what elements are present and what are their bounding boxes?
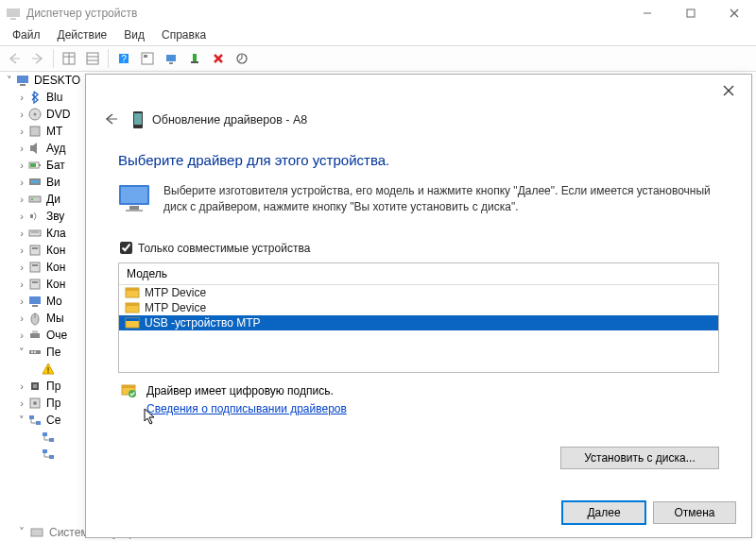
cancel-button[interactable]: Отмена xyxy=(653,501,736,524)
collapse-icon[interactable]: ˅ xyxy=(4,75,15,87)
back-button[interactable] xyxy=(3,47,26,70)
expand-icon[interactable]: › xyxy=(16,126,27,137)
tree-item-label: DVD xyxy=(46,108,70,121)
expand-icon[interactable]: › xyxy=(16,143,27,154)
driver-signature-info-link[interactable]: Сведения о подписывании драйверов xyxy=(146,402,347,415)
expand-icon[interactable]: › xyxy=(16,228,27,239)
expand-icon[interactable]: › xyxy=(16,92,27,103)
enable-device-button[interactable] xyxy=(183,47,206,70)
expand-icon[interactable]: › xyxy=(16,380,27,392)
expand-icon[interactable]: › xyxy=(16,194,27,205)
device-icon xyxy=(27,345,43,360)
tree-item-label: Ви xyxy=(46,176,60,189)
svg-rect-65 xyxy=(43,432,47,436)
menu-help[interactable]: Справка xyxy=(153,26,215,45)
svg-rect-73 xyxy=(31,529,43,536)
svg-rect-32 xyxy=(39,164,41,166)
expand-icon[interactable]: › xyxy=(16,330,27,341)
toolbar-separator xyxy=(108,49,109,68)
svg-rect-52 xyxy=(32,330,38,333)
compatible-checkbox-row[interactable]: Только совместимые устройства xyxy=(118,242,719,255)
monitor-icon xyxy=(118,183,150,213)
tree-root-label: DESKTO xyxy=(34,74,80,87)
model-list-item[interactable]: MTP Device xyxy=(119,285,718,300)
svg-rect-47 xyxy=(29,296,41,304)
model-list-header[interactable]: Модель xyxy=(119,263,718,285)
device-icon xyxy=(27,226,43,241)
expand-icon[interactable]: › xyxy=(16,313,27,324)
svg-point-28 xyxy=(34,113,37,116)
expand-icon[interactable]: › xyxy=(16,262,27,273)
model-list-item[interactable]: MTP Device xyxy=(119,300,718,315)
expand-icon[interactable]: › xyxy=(16,296,27,307)
model-list[interactable]: MTP DeviceMTP DeviceUSB -устройство MTP xyxy=(119,285,718,372)
properties-button[interactable] xyxy=(136,47,159,70)
device-icon xyxy=(41,430,56,445)
dialog-close-button[interactable] xyxy=(715,77,742,104)
svg-rect-51 xyxy=(30,333,40,338)
dialog-back-button[interactable] xyxy=(103,112,118,128)
expand-icon[interactable]: › xyxy=(16,177,27,188)
svg-rect-21 xyxy=(191,61,198,63)
scan-button[interactable] xyxy=(160,47,182,70)
svg-rect-80 xyxy=(121,187,147,203)
expand-icon[interactable]: ˅ xyxy=(16,414,27,427)
install-from-disk-button[interactable]: Установить с диска... xyxy=(560,447,719,469)
svg-rect-46 xyxy=(32,281,38,283)
device-icon xyxy=(27,379,43,394)
device-icon xyxy=(27,124,43,139)
svg-rect-1 xyxy=(10,18,16,20)
model-label: MTP Device xyxy=(145,301,206,314)
svg-rect-18 xyxy=(166,55,176,61)
tree-item-label: MT xyxy=(46,125,62,138)
model-label: MTP Device xyxy=(145,286,206,299)
update-driver-button[interactable] xyxy=(231,47,253,70)
driver-icon xyxy=(125,301,140,314)
dialog-instruction-row: Выберите изготовителя устройства, его мо… xyxy=(118,183,719,215)
list-view-button[interactable] xyxy=(81,47,104,70)
menu-file[interactable]: Файл xyxy=(4,26,49,45)
dialog-instruction: Выберите изготовителя устройства, его мо… xyxy=(163,183,719,215)
compatible-checkbox[interactable] xyxy=(120,242,132,254)
svg-rect-44 xyxy=(32,264,38,266)
svg-rect-38 xyxy=(30,214,33,218)
tree-item-label: Ауд xyxy=(46,142,65,155)
expand-icon[interactable]: › xyxy=(16,109,27,120)
driver-icon xyxy=(125,316,140,330)
expand-icon[interactable]: › xyxy=(16,279,27,290)
close-button[interactable] xyxy=(713,0,756,26)
forward-button[interactable] xyxy=(26,47,49,70)
device-icon xyxy=(27,141,43,156)
device-icon xyxy=(27,328,43,343)
expand-icon[interactable]: › xyxy=(16,211,27,222)
menu-action[interactable]: Действие xyxy=(49,26,116,45)
device-icon xyxy=(27,413,43,428)
toolbar: ? xyxy=(0,45,756,72)
window-title: Диспетчер устройств xyxy=(26,7,626,20)
device-icon xyxy=(27,175,43,190)
svg-rect-45 xyxy=(30,279,40,289)
maximize-button[interactable] xyxy=(669,0,713,26)
expand-icon[interactable]: ˅ xyxy=(16,347,27,359)
tree-item-label: Пр xyxy=(46,380,60,393)
tree-item-label: Ди xyxy=(46,193,60,206)
model-label: USB -устройство MTP xyxy=(145,316,261,330)
expand-icon[interactable]: › xyxy=(16,160,27,171)
svg-rect-41 xyxy=(30,245,40,255)
expand-icon[interactable]: › xyxy=(16,245,27,256)
menu-bar: Файл Действие Вид Справка xyxy=(0,26,756,45)
model-list-item[interactable]: USB -устройство MTP xyxy=(119,315,718,330)
device-icon xyxy=(131,110,145,129)
help-button[interactable]: ? xyxy=(112,47,135,70)
minimize-button[interactable] xyxy=(626,0,669,26)
device-icon xyxy=(27,209,43,224)
expand-icon[interactable]: › xyxy=(16,397,27,409)
uninstall-button[interactable] xyxy=(207,47,230,70)
next-button[interactable]: Далее xyxy=(562,501,645,524)
svg-rect-16 xyxy=(142,53,153,64)
svg-rect-69 xyxy=(43,449,47,453)
details-view-button[interactable] xyxy=(58,47,80,70)
svg-rect-11 xyxy=(87,53,98,64)
menu-view[interactable]: Вид xyxy=(115,26,153,45)
device-icon xyxy=(27,107,43,122)
